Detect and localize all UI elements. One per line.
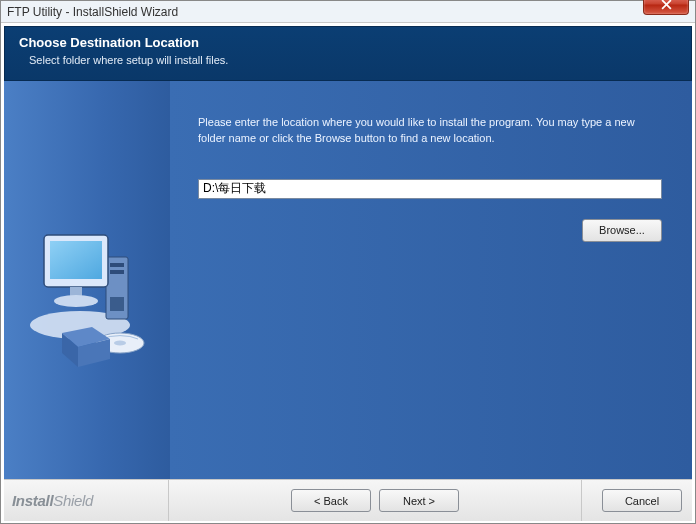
main-area: Please enter the location where you woul… (4, 81, 692, 479)
installer-illustration-icon (22, 215, 152, 385)
installshield-brand: InstallShield (12, 492, 168, 509)
body: Choose Destination Location Select folde… (1, 23, 695, 523)
cancel-button[interactable]: Cancel (602, 489, 682, 512)
close-icon (661, 0, 672, 10)
next-button[interactable]: Next > (379, 489, 459, 512)
svg-point-12 (114, 340, 126, 345)
installer-window: FTP Utility - InstallShield Wizard Choos… (0, 0, 696, 524)
svg-point-10 (54, 295, 98, 307)
install-path-input[interactable] (198, 179, 662, 199)
svg-rect-6 (110, 297, 124, 311)
instruction-text: Please enter the location where you woul… (198, 115, 662, 147)
content-panel: Please enter the location where you woul… (170, 81, 692, 479)
path-row (198, 179, 662, 199)
browse-button[interactable]: Browse... (582, 219, 662, 242)
svg-rect-5 (110, 270, 124, 274)
footer: InstallShield < Back Next > Cancel (4, 479, 692, 521)
svg-rect-4 (110, 263, 124, 267)
back-button[interactable]: < Back (291, 489, 371, 512)
side-panel (4, 81, 170, 479)
svg-rect-8 (50, 241, 102, 279)
footer-nav: < Back Next > (168, 480, 582, 521)
wizard-header: Choose Destination Location Select folde… (4, 26, 692, 81)
window-title: FTP Utility - InstallShield Wizard (7, 5, 689, 19)
header-subtitle: Select folder where setup will install f… (19, 54, 677, 66)
close-button[interactable] (643, 0, 689, 15)
titlebar: FTP Utility - InstallShield Wizard (1, 1, 695, 23)
header-title: Choose Destination Location (19, 35, 677, 50)
